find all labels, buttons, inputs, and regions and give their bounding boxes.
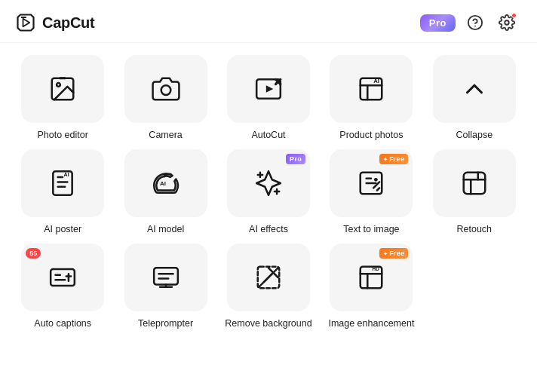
grid-item-autocut[interactable]: AutoCut xyxy=(221,55,316,142)
ai-effects-label: AI effects xyxy=(249,223,288,236)
auto-captions-icon xyxy=(48,263,77,292)
camera-icon-box xyxy=(124,55,207,123)
camera-label: Camera xyxy=(149,129,182,142)
product-photos-icon: AI xyxy=(357,75,385,103)
svg-rect-11 xyxy=(54,171,72,195)
grid-container: Photo editor Camera xyxy=(0,43,537,392)
autocut-icon xyxy=(254,75,283,103)
header-right: Pro xyxy=(420,11,519,35)
grid-item-collapse[interactable]: Collapse xyxy=(427,55,522,142)
grid-item-retouch[interactable]: Retouch xyxy=(427,149,522,236)
svg-text:AI: AI xyxy=(160,180,166,187)
collapse-icon xyxy=(460,75,489,103)
image-enhancement-icon-box: Free HD xyxy=(330,243,413,311)
remove-background-label: Remove background xyxy=(225,317,311,330)
text-to-image-label: Text to image xyxy=(343,223,399,236)
svg-point-15 xyxy=(374,178,378,182)
svg-rect-16 xyxy=(464,173,486,194)
photo-editor-icon xyxy=(48,75,77,103)
collapse-label: Collapse xyxy=(456,129,493,142)
grid-item-remove-background[interactable]: Remove background xyxy=(221,243,316,330)
teleprompter-label: Teleprompter xyxy=(138,317,193,330)
autocut-icon-box xyxy=(227,55,310,123)
svg-marker-8 xyxy=(266,85,274,93)
ai-effects-icon-box: Pro xyxy=(227,149,310,217)
auto-captions-notification: 55 xyxy=(26,248,41,259)
retouch-label: Retouch xyxy=(457,223,493,236)
product-photos-label: Product photos xyxy=(339,129,403,142)
ai-model-icon-box: AI xyxy=(124,149,207,217)
grid-item-camera[interactable]: Camera xyxy=(118,55,213,142)
ai-model-label: AI model xyxy=(147,223,184,236)
svg-point-6 xyxy=(161,85,170,95)
grid-item-text-to-image[interactable]: Free Text to image xyxy=(324,149,419,236)
svg-rect-18 xyxy=(154,268,178,284)
ai-effects-icon xyxy=(254,169,283,198)
grid-item-ai-model[interactable]: AI AI model xyxy=(118,149,213,236)
ai-poster-icon: AI xyxy=(48,169,77,198)
image-enhancement-icon: HD xyxy=(357,263,385,292)
feature-grid: Photo editor Camera xyxy=(15,55,522,330)
logo-area: CapCut xyxy=(15,12,94,33)
auto-captions-label: Auto captions xyxy=(34,317,91,330)
svg-text:AI: AI xyxy=(374,78,380,84)
product-photos-icon-box: AI xyxy=(330,55,413,123)
app-container: CapCut Pro xyxy=(0,0,537,392)
grid-item-image-enhancement[interactable]: Free HD Image enhancement xyxy=(324,243,419,330)
grid-item-photo-editor[interactable]: Photo editor xyxy=(15,55,110,142)
grid-item-ai-effects[interactable]: Pro AI effects xyxy=(221,149,316,236)
teleprompter-icon xyxy=(152,263,180,292)
ai-poster-label: AI poster xyxy=(44,223,81,236)
grid-item-teleprompter[interactable]: Teleprompter xyxy=(118,243,213,330)
pro-badge[interactable]: Pro xyxy=(420,14,456,32)
logo-icon xyxy=(15,12,36,33)
photo-editor-icon-box xyxy=(21,55,104,123)
teleprompter-icon-box xyxy=(124,243,207,311)
photo-editor-label: Photo editor xyxy=(37,129,87,142)
grid-item-ai-poster[interactable]: AI AI poster xyxy=(15,149,110,236)
image-enhancement-label: Image enhancement xyxy=(328,317,414,330)
camera-icon xyxy=(152,75,180,103)
free-badge-image-enhancement: Free xyxy=(379,248,409,259)
pro-badge-ai-effects: Pro xyxy=(286,154,305,164)
ai-model-icon: AI xyxy=(152,169,180,198)
text-to-image-icon xyxy=(357,169,385,198)
text-to-image-icon-box: Free xyxy=(330,149,413,217)
notification-dot xyxy=(511,13,517,18)
collapse-icon-box xyxy=(433,55,516,123)
grid-item-product-photos[interactable]: AI Product photos xyxy=(324,55,419,142)
svg-point-5 xyxy=(57,83,60,87)
autocut-label: AutoCut xyxy=(251,129,285,142)
svg-rect-17 xyxy=(51,269,75,286)
header: CapCut Pro xyxy=(0,0,537,43)
auto-captions-icon-box: 55 xyxy=(21,243,104,311)
svg-point-3 xyxy=(505,20,509,25)
remove-background-icon-box xyxy=(227,243,310,311)
svg-text:HD: HD xyxy=(373,266,380,271)
help-button[interactable] xyxy=(463,11,487,35)
question-icon xyxy=(467,14,483,31)
svg-text:AI: AI xyxy=(64,171,69,177)
retouch-icon xyxy=(460,169,489,198)
settings-button[interactable] xyxy=(495,11,519,35)
remove-background-icon xyxy=(254,263,283,292)
ai-poster-icon-box: AI xyxy=(21,149,104,217)
logo-text: CapCut xyxy=(42,14,94,32)
grid-item-auto-captions[interactable]: 55 Auto captions xyxy=(15,243,110,330)
free-badge-text-to-image: Free xyxy=(379,154,409,164)
retouch-icon-box xyxy=(433,149,516,217)
